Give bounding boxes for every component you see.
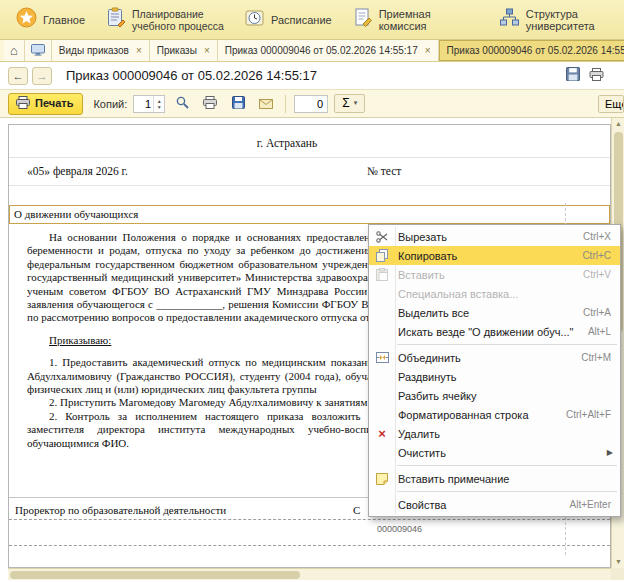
menu-item-label: Вставить примечание — [395, 473, 603, 485]
main-section-icon — [16, 7, 37, 32]
context-menu-item-split-cell[interactable]: Разбить ячейку — [369, 386, 620, 405]
clipboard-icon — [105, 7, 126, 32]
scrollbar-corner — [611, 568, 624, 580]
scroll-up-icon[interactable]: ▲ — [612, 118, 624, 130]
title-bar: ← → Приказ 000009046 от 05.02.2026 14:55… — [0, 62, 624, 89]
copy-icon — [369, 249, 395, 262]
menu-item-label: Раздвинуть — [395, 371, 603, 383]
signer-name: С — [353, 504, 360, 516]
back-button[interactable]: ← — [8, 67, 28, 85]
grid-line — [9, 185, 610, 186]
tab-label: Приказ 000009046 от 05.02.2026 14:55:17 — [225, 45, 418, 56]
document-city: г. Астрахань — [9, 137, 565, 149]
sum-button[interactable]: Σ ▾ — [334, 94, 365, 113]
context-menu-item-cut[interactable]: Вырезать Ctrl+X — [369, 227, 620, 246]
menu-item-schedule[interactable]: Расписание — [244, 7, 332, 32]
menu-item-admission[interactable]: Приемная комиссия — [352, 7, 479, 32]
floppy-icon — [232, 95, 245, 113]
send-email-button[interactable] — [255, 94, 277, 114]
context-menu-item-formatted-string[interactable]: Форматированная строка Ctrl+Alt+F — [369, 405, 620, 424]
menu-item-label: Выделить все — [395, 307, 575, 319]
menu-item-planning[interactable]: Планирование учебного процесса — [105, 7, 224, 32]
context-menu-separator — [397, 465, 617, 466]
close-icon[interactable]: × — [425, 45, 431, 56]
stepper-arrows[interactable]: ▲ ▼ — [153, 96, 164, 112]
forward-button[interactable]: → — [32, 67, 52, 85]
note-icon — [369, 473, 395, 485]
print-button[interactable]: Печать — [8, 93, 83, 115]
merge-cells-icon — [369, 352, 395, 363]
tab-order-document-1[interactable]: Приказ 000009046 от 05.02.2026 14:55:17 … — [218, 40, 439, 61]
tab-label: Приказы — [157, 45, 197, 56]
tab-bar: ⌂ Виды приказов × Приказы × Приказ 00000… — [0, 40, 624, 62]
menu-item-label: Структура университета — [526, 8, 624, 32]
menu-item-main[interactable]: Главное — [16, 7, 85, 32]
printer-icon — [203, 95, 217, 113]
horizontal-scrollbar[interactable] — [8, 568, 611, 580]
scale-field[interactable]: 0 — [294, 95, 328, 113]
context-menu-item-select-all[interactable]: Выделить все Ctrl+A — [369, 303, 620, 322]
more-button[interactable]: Ещё — [598, 95, 624, 113]
top-menu-bar: Главное Планирование учебного процесса Р… — [0, 0, 624, 40]
delete-icon: × — [369, 427, 395, 440]
page-setup-button[interactable] — [199, 94, 221, 114]
context-menu-item-delete[interactable]: × Удалить — [369, 424, 620, 443]
menu-item-label: Планирование учебного процесса — [132, 8, 224, 32]
print-button-label: Печать — [35, 97, 73, 109]
menu-item-structure[interactable]: Структура университета — [499, 7, 624, 32]
tab-order-document-2-active[interactable]: Приказ 000009046 от 05.02.2026 14:55:17 … — [439, 40, 624, 61]
page-break-line — [9, 519, 610, 520]
tab-label: Виды приказов — [59, 45, 129, 56]
print-icon[interactable] — [589, 67, 604, 85]
context-menu-item-expand[interactable]: Раздвинуть — [369, 367, 620, 386]
copies-label: Копий: — [93, 98, 127, 110]
menu-item-shortcut: Ctrl+X — [575, 231, 620, 242]
close-icon[interactable]: × — [204, 45, 210, 56]
context-menu-item-clear[interactable]: Очистить ▶ — [369, 443, 620, 462]
menu-item-shortcut: Ctrl+M — [573, 352, 620, 363]
context-menu-separator — [397, 344, 617, 345]
page-break-line — [9, 545, 610, 546]
envelope-icon — [259, 95, 273, 113]
menu-item-shortcut: Alt+Enter — [562, 499, 620, 510]
save-icon[interactable] — [566, 67, 580, 85]
tab-orders[interactable]: Приказы × — [150, 40, 218, 61]
home-icon: ⌂ — [10, 43, 18, 58]
tab-label: Приказ 000009046 от 05.02.2026 14:55:17 — [447, 45, 624, 56]
menu-item-shortcut: Ctrl+V — [575, 269, 620, 280]
menu-item-label: Объединить — [395, 352, 573, 364]
close-icon[interactable]: × — [136, 45, 142, 56]
context-menu-item-insert-note[interactable]: Вставить примечание — [369, 469, 620, 488]
copies-stepper[interactable]: 1 ▲ ▼ — [133, 95, 165, 113]
context-menu-item-paste[interactable]: Вставить Ctrl+V — [369, 265, 620, 284]
context-menu-item-merge[interactable]: Объединить Ctrl+M — [369, 348, 620, 367]
toolbar-separator — [285, 95, 286, 113]
context-menu: Вырезать Ctrl+X Копировать Ctrl+C Встави… — [368, 224, 621, 517]
save-button[interactable] — [227, 94, 249, 114]
context-menu-item-paste-special[interactable]: Специальная вставка... — [369, 284, 620, 303]
tab-home[interactable]: ⌂ — [4, 40, 25, 61]
menu-item-label: Главное — [43, 14, 85, 26]
menu-item-label: Вставить — [395, 269, 575, 281]
copies-value: 1 — [134, 96, 153, 112]
context-menu-item-properties[interactable]: Свойства Alt+Enter — [369, 495, 620, 514]
arrow-down-icon[interactable]: ▼ — [157, 104, 162, 110]
context-menu-separator — [397, 491, 617, 492]
menu-item-label: Приемная комиссия — [379, 8, 479, 32]
document-number-footer: 000009046 — [377, 524, 422, 534]
menu-item-label: Форматированная строка — [395, 409, 558, 421]
context-menu-item-copy[interactable]: Копировать Ctrl+C — [369, 246, 620, 265]
horizontal-scroll-thumb[interactable] — [10, 571, 300, 579]
tab-order-types[interactable]: Виды приказов × — [52, 40, 150, 61]
printer-icon — [16, 96, 30, 111]
menu-item-label: Вырезать — [395, 231, 575, 243]
selected-subject-cell[interactable]: О движении обучающихся — [9, 205, 610, 224]
tab-desktop[interactable] — [25, 40, 52, 61]
context-menu-item-search-everywhere[interactable]: Искать везде "О движении обуч..." Alt+L — [369, 322, 620, 341]
menu-item-shortcut: Ctrl+Alt+F — [558, 409, 620, 420]
document-date: «05» февраля 2026 г. — [27, 165, 128, 177]
zoom-button[interactable] — [171, 94, 193, 114]
paste-icon — [369, 268, 395, 281]
scroll-down-icon[interactable]: ▼ — [612, 556, 624, 568]
menu-item-label: Удалить — [395, 428, 603, 440]
